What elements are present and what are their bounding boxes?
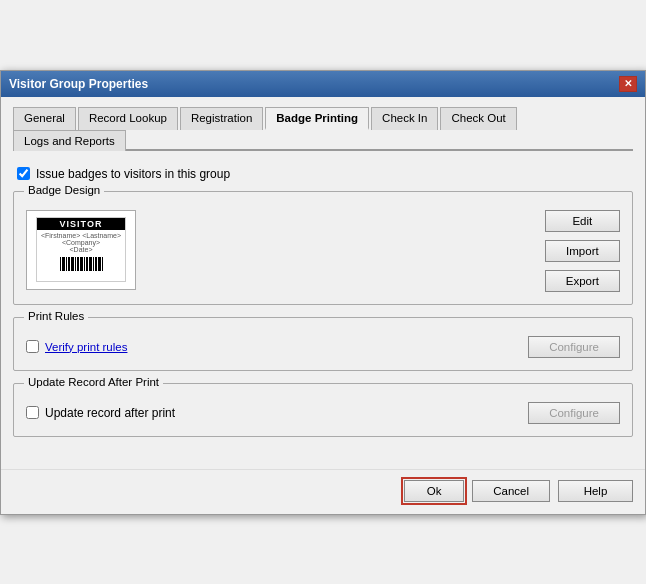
title-bar: Visitor Group Properties ✕	[1, 71, 645, 97]
print-rules-group: Print Rules Verify print rules Configure	[13, 317, 633, 371]
tab-check-in[interactable]: Check In	[371, 107, 438, 130]
update-record-label: Update Record After Print	[24, 376, 163, 388]
update-record-inner: Update record after print Configure	[26, 394, 620, 424]
bottom-bar: Ok Cancel Help	[1, 469, 645, 514]
close-button[interactable]: ✕	[619, 76, 637, 92]
tab-record-lookup[interactable]: Record Lookup	[78, 107, 178, 130]
verify-row: Verify print rules	[26, 340, 127, 353]
print-rules-inner: Verify print rules Configure	[26, 328, 620, 358]
update-record-configure-button[interactable]: Configure	[528, 402, 620, 424]
print-rules-configure-button[interactable]: Configure	[528, 336, 620, 358]
cancel-button[interactable]: Cancel	[472, 480, 550, 502]
export-button[interactable]: Export	[545, 270, 620, 292]
badge-design-group: Badge Design VISITOR <Firstname> <Lastna…	[13, 191, 633, 305]
ok-button[interactable]: Ok	[404, 480, 464, 502]
tab-logs-reports[interactable]: Logs and Reports	[13, 130, 126, 151]
update-row: Update record after print	[26, 406, 175, 420]
edit-button[interactable]: Edit	[545, 210, 620, 232]
print-rules-label: Print Rules	[24, 310, 88, 322]
update-record-text: Update record after print	[45, 406, 175, 420]
tab-badge-printing[interactable]: Badge Printing	[265, 107, 369, 130]
main-window: Visitor Group Properties ✕ General Recor…	[0, 70, 646, 515]
badge-design-inner: VISITOR <Firstname> <Lastname> <Company>…	[26, 202, 620, 292]
issue-badges-row: Issue badges to visitors in this group	[13, 167, 633, 181]
issue-badges-checkbox[interactable]	[17, 167, 30, 180]
form-area: Issue badges to visitors in this group B…	[13, 163, 633, 453]
badge-barcode	[60, 257, 103, 271]
badge-fields: <Firstname> <Lastname> <Company> <Date>	[41, 230, 121, 255]
window-title: Visitor Group Properties	[9, 77, 148, 91]
verify-print-checkbox[interactable]	[26, 340, 39, 353]
update-record-group: Update Record After Print Update record …	[13, 383, 633, 437]
badge-design-label: Badge Design	[24, 184, 104, 196]
tab-general[interactable]: General	[13, 107, 76, 130]
update-record-checkbox[interactable]	[26, 406, 39, 419]
title-bar-buttons: ✕	[619, 76, 637, 92]
tab-check-out[interactable]: Check Out	[440, 107, 516, 130]
badge-preview: VISITOR <Firstname> <Lastname> <Company>…	[26, 210, 136, 290]
content-area: General Record Lookup Registration Badge…	[1, 97, 645, 465]
issue-badges-label: Issue badges to visitors in this group	[36, 167, 230, 181]
help-button[interactable]: Help	[558, 480, 633, 502]
badge-buttons-col: Edit Import Export	[545, 210, 620, 292]
import-button[interactable]: Import	[545, 240, 620, 262]
badge-top-bar: VISITOR	[37, 218, 125, 230]
badge-mock: VISITOR <Firstname> <Lastname> <Company>…	[36, 217, 126, 282]
tab-bar: General Record Lookup Registration Badge…	[13, 105, 633, 151]
verify-print-link[interactable]: Verify print rules	[45, 341, 127, 353]
tab-registration[interactable]: Registration	[180, 107, 263, 130]
